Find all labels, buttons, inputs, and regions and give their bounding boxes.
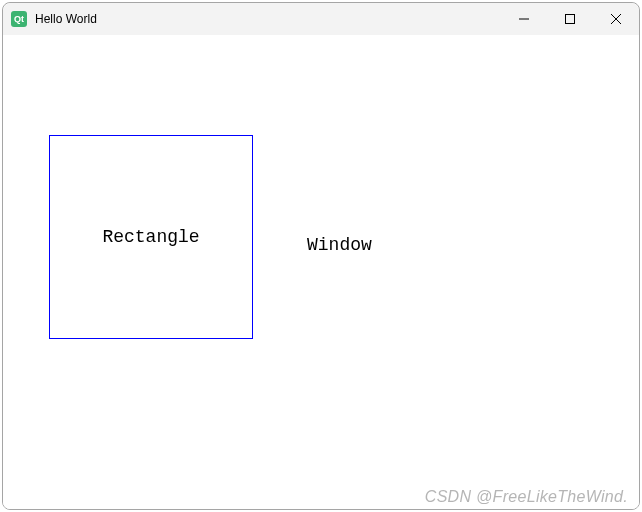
rectangle-shape: Rectangle [49,135,253,339]
rectangle-label: Rectangle [102,227,199,247]
client-area: Rectangle Window [3,35,639,509]
window-title: Hello World [35,12,97,26]
close-button[interactable] [593,3,639,35]
titlebar: Qt Hello World [3,3,639,35]
maximize-button[interactable] [547,3,593,35]
svg-rect-1 [566,15,575,24]
window-controls [501,3,639,35]
minimize-icon [519,14,529,24]
maximize-icon [565,14,575,24]
qt-app-icon: Qt [11,11,27,27]
window-label: Window [307,235,372,255]
application-window: Qt Hello World Rectangle [2,2,640,510]
minimize-button[interactable] [501,3,547,35]
close-icon [611,14,621,24]
